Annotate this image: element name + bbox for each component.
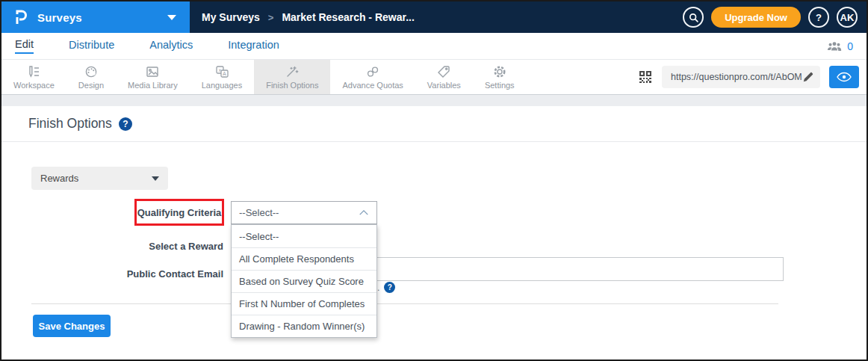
chain-link-icon (365, 64, 380, 79)
page-help-icon[interactable]: ? (119, 117, 132, 131)
select-a-reward-row: Select a Reward (24, 239, 223, 253)
eye-icon (837, 72, 852, 82)
option-first-n-number-of-completes[interactable]: First N Number of Completes (232, 292, 376, 315)
collaborators-count: 0 (847, 40, 853, 52)
search-button[interactable] (683, 7, 704, 28)
survey-url: https://questionpro.com/t/AbOMEZ7 (671, 72, 802, 82)
top-header: Surveys My Surveys > Market Research - R… (1, 1, 867, 33)
public-contact-email-row: Public Contact Email (24, 267, 223, 280)
toolbar-item-advance-quotas[interactable]: Advance Quotas (330, 60, 415, 94)
qualifying-criteria-label: Qualifying Criteria (137, 207, 222, 218)
questionpro-logo-icon (12, 8, 30, 26)
breadcrumb-my-surveys[interactable]: My Surveys (202, 11, 260, 23)
page-header: Finish Options ? (1, 106, 867, 142)
toolbar-item-design[interactable]: Design (66, 60, 116, 94)
edit-pencil-icon[interactable] (802, 71, 814, 83)
qualifying-criteria-annotation: Qualifying Criteria (134, 199, 224, 226)
form-divider (31, 303, 778, 304)
gear-icon (492, 64, 507, 79)
preview-button[interactable] (829, 66, 859, 88)
toolbar-item-variables[interactable]: Variables (415, 60, 473, 94)
collaborators[interactable]: 0 (827, 40, 867, 52)
tab-edit[interactable]: Edit (15, 38, 34, 54)
tab-integration[interactable]: Integration (228, 39, 279, 53)
toolbar-right: https://questionpro.com/t/AbOMEZ7 (638, 60, 867, 94)
breadcrumb-separator: > (268, 12, 274, 23)
translate-icon: x A (214, 64, 229, 79)
breadcrumb-current-survey: Market Research - Rewar... (282, 11, 414, 23)
edit-toolbar: Workspace Design (1, 60, 867, 95)
option-select[interactable]: --Select-- (232, 225, 376, 247)
image-icon (145, 64, 160, 79)
qr-code-icon[interactable] (638, 70, 653, 84)
tab-analytics[interactable]: Analytics (149, 39, 193, 53)
search-icon (688, 12, 699, 23)
toolbar-item-media-library[interactable]: Media Library (116, 60, 190, 94)
upgrade-now-button[interactable]: Upgrade Now (711, 7, 801, 28)
page-background-gap (1, 95, 867, 106)
chevron-down-icon (152, 176, 159, 181)
select-a-reward-label: Select a Reward (149, 241, 223, 252)
finish-option-type-value: Rewards (40, 173, 78, 184)
chevron-down-icon (167, 15, 176, 20)
option-drawing-random-winners[interactable]: Drawing - Random Winner(s) (232, 315, 376, 337)
save-changes-button[interactable]: Save Changes (33, 315, 111, 337)
help-button[interactable]: ? (808, 7, 829, 28)
product-switcher[interactable]: Surveys (1, 1, 190, 33)
survey-url-field[interactable]: https://questionpro.com/t/AbOMEZ7 (662, 66, 820, 88)
palette-icon (84, 64, 99, 79)
tag-icon (436, 64, 451, 79)
workspace-icon (26, 64, 41, 79)
public-contact-email-label: Public Contact Email (127, 268, 223, 280)
svg-text:A: A (223, 71, 226, 77)
toolbar-item-finish-options[interactable]: Finish Options (254, 60, 330, 94)
chevron-up-icon (359, 209, 369, 216)
avatar[interactable]: AK (837, 7, 858, 28)
qualifying-criteria-option-list: --Select-- All Complete Respondents Base… (231, 224, 377, 338)
finish-option-type-dropdown[interactable]: Rewards (31, 167, 168, 190)
option-based-on-survey-quiz-score[interactable]: Based on Survey Quiz Score (232, 270, 376, 292)
option-all-complete-respondents[interactable]: All Complete Respondents (232, 247, 376, 270)
module-tabbar: Edit Distribute Analytics Integration 0 (1, 33, 867, 60)
email-helper-help-icon[interactable]: ? (384, 282, 395, 293)
app-window: Surveys My Surveys > Market Research - R… (0, 0, 868, 361)
qualifying-criteria-value: --Select-- (239, 207, 279, 218)
toolbar-item-settings[interactable]: Settings (473, 60, 527, 94)
page-title: Finish Options (28, 116, 112, 132)
toolbar-item-workspace[interactable]: Workspace (1, 60, 66, 94)
finish-options-page: Finish Options ? Rewards Qualifying Crit… (1, 106, 867, 361)
people-icon (827, 41, 842, 52)
breadcrumb: My Surveys > Market Research - Rewar... (202, 11, 415, 23)
product-name: Surveys (37, 11, 82, 24)
tab-distribute[interactable]: Distribute (69, 39, 114, 53)
qualifying-criteria-select[interactable]: --Select-- (231, 201, 377, 224)
magic-wand-icon (285, 64, 300, 79)
toolbar-item-languages[interactable]: x A Languages (190, 60, 254, 94)
header-actions: Upgrade Now ? AK (683, 7, 867, 28)
rewards-form: Rewards Qualifying Criteria --Select-- -… (1, 142, 867, 361)
